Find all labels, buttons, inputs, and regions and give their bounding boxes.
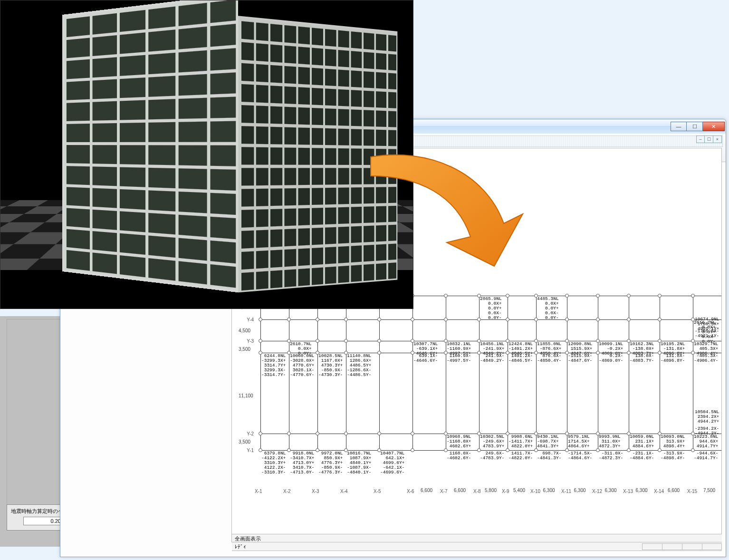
value-block: 1160.9X- -4997.5Y- [447,354,471,363]
value-block: -1714.5X- -4864.6Y- [568,451,592,461]
value-block: 10059.0NL 231.1X+ 4884.6Y+ [630,434,654,449]
value-block: 9972.0NL 850.9X+ 4776.3Y+ -850.9X- -4776… [318,451,343,475]
close-button[interactable]: ✕ [703,122,725,131]
value-block: -405.3X- -4906.4Y- [694,354,718,363]
mdi-maximize-button[interactable]: ☐ [705,135,713,143]
render-viewport [0,0,413,309]
value-block: 10816.7NL 1087.9X+ 4840.1Y+ -1087.9X- -4… [347,451,371,475]
status-fullscreen: 全画面表示 [232,534,722,542]
value-block: 11140.8NL 1286.6X+ 4486.5Y+ -1286.6X- -4… [347,354,371,377]
value-block: 131.8X- -4896.8Y- [661,354,685,363]
status-cells [642,543,722,550]
value-block: 10302.5NL -249.6X+ 4783.9Y+ [480,434,504,449]
value-block: 241.9X- -4849.2Y- [480,354,504,363]
value-block: -944.6X- -4914.7Y- [694,451,718,461]
value-block: 10504.5NL 2394.2X+ 4944.2Y+ [695,410,719,424]
value-block: 4485.3NL 0.0X+ 0.0Y+ 0.0X- 0.0Y- [537,297,559,320]
value-block: 9993.9NL 311.0X+ 4872.3Y+ [599,434,621,449]
value-block: 1168.0X- -4602.6Y- [447,451,471,461]
value-block: 10028.5NL 1167.0X+ 4730.3Y+ -850.9X- -47… [318,354,343,377]
value-block: 698.7X- -4841.3Y- [537,451,561,461]
value-block: -311.0X- -4872.3Y- [599,451,623,461]
value-block: 639.1X- -4646.6Y- [413,354,438,363]
status-bar: ﾚﾃﾞｨ [232,542,722,551]
value-block: 1411.7X- -4822.0Y- [508,451,533,461]
value-block: 249.6X- -4783.9Y- [480,451,504,461]
value-block: 10223.8NL 944.6X+ 4914.7Y+ [694,434,718,449]
mdi-minimize-button[interactable]: – [696,135,705,143]
value-block: 9918.0NL -3410.7X+ 4713.0Y+ 3410.7X- -47… [290,451,314,475]
minimize-button[interactable]: — [671,122,687,131]
value-block: 138.0X- -4883.7Y- [630,354,654,363]
value-block: 10407.7NL 642.1X+ 4699.6Y+ -642.1X- -469… [380,451,404,475]
value-block: 1491.2X- -4846.5Y- [508,354,533,363]
value-block: 6379.8NL -4122.2X+ 3310.3Y+ 4122.2X- -33… [261,451,286,475]
value-block: 10093.0NL 313.9X+ 4898.4Y+ [661,434,685,449]
value-block: 10060.0NL -3028.0X+ 4770.6Y+ 3028.1X- -4… [290,354,314,377]
value-block: 2865.9NL 0.0X+ 0.0Y+ 0.0X- 0.0Y- [480,297,502,320]
render-building [62,0,406,309]
status-ready: ﾚﾃﾞｨ [235,542,246,551]
value-block: 6244.8NL -3299.3X+ 3314.7Y+ 3299.3X- -33… [261,354,286,377]
value-block: -1515.9X- -4847.6Y- [568,354,592,363]
value-block: 0.2X- -4869.0Y- [599,354,623,363]
value-block: 876.6X- -4850.4Y- [537,354,561,363]
value-block: -1766.5X- -4921.1Y- [695,329,719,338]
value-block: 9908.6NL -1411.7X+ 4822.0Y+ [508,434,533,449]
value-block: -2394.2X- -4944.2Y- [695,426,719,436]
value-block: 9579.1NL 1714.5X+ 4864.6Y+ [568,434,590,449]
value-block: 10968.9NL -1168.0X+ 4602.6Y+ [447,434,471,449]
value-block: -313.9X- -4898.4Y- [661,451,685,461]
mdi-close-button[interactable]: × [713,135,722,143]
value-block: -231.1X- -4884.6Y- [630,451,654,461]
value-block: 9430.1NL -698.7X+ 4841.3Y+ [537,434,559,449]
maximize-button[interactable]: ☐ [687,122,703,131]
